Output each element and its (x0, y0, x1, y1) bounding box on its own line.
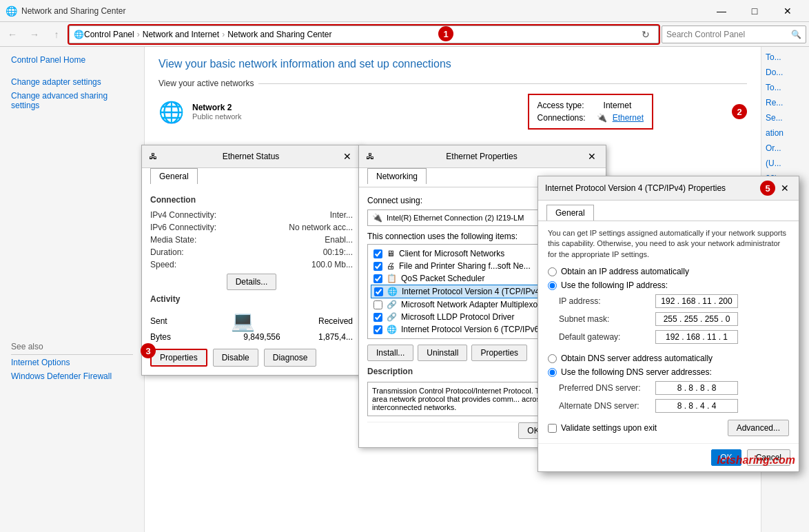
obtain-auto-radio[interactable] (548, 267, 557, 276)
access-type-row: Access type: Internet (537, 101, 644, 110)
address-bar[interactable]: 🌐 Control Panel › Network and Internet ›… (69, 25, 659, 43)
item-checkbox[interactable] (373, 313, 382, 322)
disable-button[interactable]: Disable (213, 349, 258, 367)
item-checkbox[interactable] (373, 274, 382, 283)
use-following-dns-option: Use the following DNS server addresses: (548, 367, 789, 377)
right-sidebar-item[interactable]: Or... (761, 141, 809, 156)
right-sidebar-item[interactable]: To... (761, 50, 809, 65)
media-row: Media State: Enabl... (150, 235, 353, 245)
badge-5: 5 (760, 181, 775, 196)
install-button[interactable]: Install... (367, 345, 413, 361)
watermark: Ictsharing.com (717, 454, 795, 467)
minimize-button[interactable]: — (706, 0, 737, 22)
use-following-radio[interactable] (548, 281, 557, 290)
back-button[interactable]: ← (3, 25, 22, 44)
eth-props-title-bar: 🖧 Ethernet Properties ✕ (359, 145, 606, 168)
advanced-button[interactable]: Advanced... (728, 420, 789, 436)
address-icon: 🌐 (74, 30, 84, 39)
item-checkbox[interactable] (373, 262, 382, 271)
sidebar-adapter-link[interactable]: Change adapter settings (11, 77, 133, 87)
ipv4-title: Internet Protocol Version 4 (TCP/IPv4) P… (545, 183, 726, 193)
maximize-button[interactable]: □ (739, 0, 770, 22)
badge-1: 1 (438, 26, 453, 41)
validate-checkbox[interactable] (548, 424, 557, 433)
alternate-dns-row: Alternate DNS server: (548, 399, 789, 413)
right-sidebar-item[interactable]: Re... (761, 95, 809, 110)
forward-button[interactable]: → (25, 25, 44, 44)
obtain-dns-auto-radio[interactable] (548, 354, 557, 363)
right-sidebar-item[interactable]: To... (761, 80, 809, 95)
ethernet-status-close[interactable]: ✕ (340, 150, 354, 163)
networking-tab[interactable]: Networking (367, 168, 427, 184)
diagnose-button[interactable]: Diagnose (264, 349, 317, 367)
ethernet-link[interactable]: Ethernet (613, 113, 644, 123)
active-networks-header: View your active networks (158, 79, 747, 88)
preferred-dns-row: Preferred DNS server: (548, 381, 789, 395)
gateway-input[interactable] (655, 330, 738, 344)
properties-button[interactable]: Properties (150, 349, 207, 367)
sidebar-home-link[interactable]: Control Panel Home (11, 55, 133, 65)
nav-bar: ← → ↑ 🌐 Control Panel › Network and Inte… (0, 22, 809, 47)
uninstall-button[interactable]: Uninstall (418, 345, 467, 361)
see-also-label: See also (11, 342, 133, 351)
activity-row: Sent 💻 Received (150, 309, 353, 332)
ipv4-properties-dialog: Internet Protocol Version 4 (TCP/IPv4) P… (537, 176, 799, 472)
search-input[interactable] (666, 30, 788, 39)
right-sidebar-item[interactable]: (U... (761, 156, 809, 171)
alternate-dns-input[interactable] (655, 399, 738, 413)
close-button[interactable]: ✕ (772, 0, 803, 22)
ipv4-general-tab[interactable]: General (546, 205, 594, 221)
details-button[interactable]: Details... (227, 274, 277, 290)
ipv4-close[interactable]: ✕ (778, 181, 792, 195)
item-checkbox[interactable] (373, 325, 382, 334)
refresh-button[interactable]: ↻ (637, 26, 654, 43)
ethernet-status-icon: 🖧 (149, 152, 157, 161)
eth-props-title: Ethernet Properties (446, 152, 517, 161)
network-name: Network 2 (192, 103, 242, 112)
right-sidebar-item[interactable]: ation (761, 125, 809, 141)
item-checkbox[interactable] (373, 300, 382, 309)
use-following-dns-radio[interactable] (548, 368, 557, 377)
ipv6-row: IPv6 Connectivity: No network acc... (150, 223, 353, 232)
address-part-3: Network and Sharing Center (227, 30, 331, 39)
connections-row: Connections: 🔌 Ethernet (537, 113, 644, 123)
search-bar: 🔍 (662, 25, 806, 43)
eth-props-close[interactable]: ✕ (585, 150, 599, 163)
ip-address-input[interactable] (655, 294, 738, 308)
ipv4-title-bar: Internet Protocol Version 4 (TCP/IPv4) P… (538, 176, 799, 201)
title-bar-controls: — □ ✕ (706, 0, 803, 22)
adapter-name: Intel(R) Ethernet Connection (2) I219-LM (387, 214, 524, 222)
access-box: Access type: Internet Connections: 🔌 Eth… (528, 94, 653, 130)
right-sidebar-item[interactable]: Do... (761, 65, 809, 80)
address-part-2: Network and Internet (143, 30, 219, 39)
preferred-dns-input[interactable] (655, 381, 738, 395)
network-type: Public network (192, 112, 242, 121)
ip-address-row: IP address: (548, 294, 789, 308)
internet-options-link[interactable]: Internet Options (11, 358, 133, 367)
item-checkbox[interactable] (374, 287, 383, 296)
right-sidebar-item[interactable]: Se... (761, 110, 809, 125)
up-button[interactable]: ↑ (47, 25, 66, 44)
page-title: View your basic network information and … (158, 58, 747, 70)
windows-defender-link[interactable]: Windows Defender Firewall (11, 371, 133, 381)
network-box: 🌐 Network 2 Public network Access type: … (158, 94, 747, 130)
subnet-mask-input[interactable] (655, 312, 738, 326)
ethernet-status-title: Ethernet Status (223, 152, 280, 161)
bytes-row: Bytes 9,849,556 1,875,4... (150, 332, 353, 342)
title-bar: 🌐 Network and Sharing Center — □ ✕ (0, 0, 809, 22)
search-icon: 🔍 (791, 30, 801, 39)
address-content: Control Panel › Network and Internet › N… (84, 30, 637, 39)
eth-properties-button[interactable]: Properties (471, 345, 527, 361)
sidebar-sharing-link[interactable]: Change advanced sharing settings (11, 91, 133, 110)
duration-row: Duration: 00:19:... (150, 247, 353, 257)
ipv4-body: You can get IP settings assigned automat… (538, 221, 799, 443)
general-tab[interactable]: General (150, 168, 198, 184)
address-part-1: Control Panel (84, 30, 134, 39)
ethernet-status-dialog: 🖧 Ethernet Status ✕ General Connection I… (141, 145, 362, 376)
ethernet-status-body: Connection IPv4 Connectivity: Inter... I… (142, 187, 361, 375)
item-checkbox[interactable] (373, 249, 382, 258)
obtain-ip-auto-option: Obtain an IP address automatically (548, 267, 789, 276)
app-icon: 🌐 (6, 6, 17, 17)
badge-3: 3 (141, 343, 156, 358)
use-following-ip-option: Use the following IP address: (548, 280, 789, 290)
